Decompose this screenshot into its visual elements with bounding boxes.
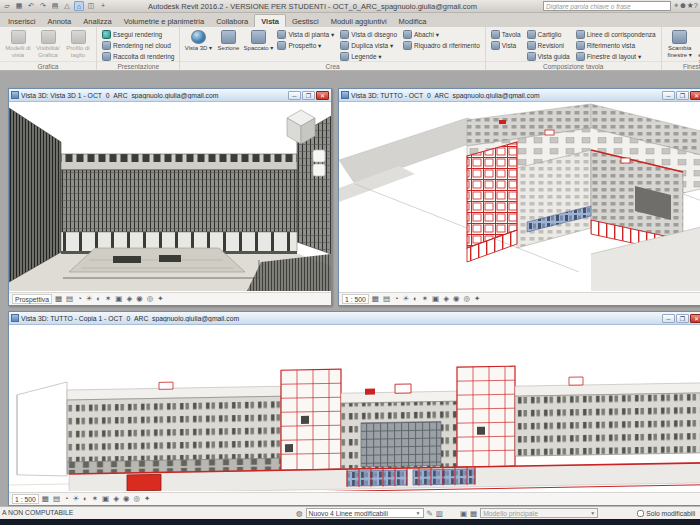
view-scale-label[interactable]: Prospettiva bbox=[12, 294, 52, 304]
restore-button[interactable]: ❐ bbox=[676, 314, 689, 323]
shadows-icon[interactable]: ◐ bbox=[413, 293, 418, 305]
ribbon-tab[interactable]: Gestisci bbox=[286, 15, 325, 27]
undo-icon[interactable]: ↶ bbox=[26, 1, 36, 11]
editable-only-input[interactable] bbox=[637, 510, 644, 517]
close-button[interactable]: ✕ bbox=[690, 314, 700, 323]
ribbon-item[interactable]: Revisioni bbox=[525, 40, 572, 51]
detail-level-icon[interactable]: ▤ bbox=[53, 493, 60, 505]
ribbon-item[interactable]: Vista di disegno bbox=[338, 29, 399, 40]
view-scale-label[interactable]: 1 : 500 bbox=[342, 294, 369, 304]
ribbon-item[interactable]: Duplica vista ▾ bbox=[338, 40, 399, 51]
open-icon[interactable]: ▱ bbox=[2, 1, 12, 11]
detail-level-icon[interactable]: ▤ bbox=[66, 293, 73, 305]
show-crop-icon[interactable]: ◈ bbox=[443, 293, 449, 305]
ribbon-tab[interactable]: Moduli aggiuntivi bbox=[325, 15, 393, 27]
crop-view-icon[interactable]: ▣ bbox=[432, 293, 439, 305]
ribbon-tab[interactable]: Volumetrie e planimetria bbox=[118, 15, 210, 27]
render-dialog-icon[interactable]: ✶ bbox=[92, 493, 98, 505]
ribbon-tab[interactable]: Analizza bbox=[77, 15, 117, 27]
detail-level-icon[interactable]: ▤ bbox=[383, 293, 390, 305]
ribbon-item[interactable]: Prospetto ▾ bbox=[275, 40, 336, 51]
ribbon-item[interactable]: Cartiglio bbox=[525, 29, 572, 40]
show-crop-icon[interactable]: ◈ bbox=[126, 293, 132, 305]
zoom-scale-icon[interactable]: ▦ bbox=[55, 293, 62, 305]
restore-button[interactable]: ❐ bbox=[302, 91, 315, 100]
sun-path-icon[interactable]: ☀ bbox=[73, 493, 80, 505]
ribbon-item[interactable]: Esegui rendering bbox=[100, 29, 176, 40]
temporary-hide-icon[interactable]: ◎ bbox=[147, 293, 154, 305]
visual-style-icon[interactable]: ◔ bbox=[77, 293, 82, 305]
viewport-3d-canvas-axon[interactable] bbox=[339, 102, 700, 291]
measure-icon[interactable]: △ bbox=[62, 1, 72, 11]
minimize-button[interactable]: ─ bbox=[662, 314, 675, 323]
design-option-select[interactable]: Modello principale▼ bbox=[480, 508, 598, 518]
show-crop-icon[interactable]: ◈ bbox=[113, 493, 119, 505]
ribbon-big-button[interactable]: Modelli di vista bbox=[3, 29, 33, 58]
ribbon-big-button[interactable]: Chiudi elementi nascosti bbox=[695, 29, 700, 65]
temporary-hide-icon[interactable]: ◎ bbox=[464, 293, 471, 305]
crop-view-icon[interactable]: ▣ bbox=[115, 293, 122, 305]
reveal-hidden-icon[interactable]: ✦ bbox=[157, 293, 163, 305]
editable-only-checkbox[interactable]: Solo modificabili bbox=[637, 510, 695, 517]
zoom-scale-icon[interactable]: ▦ bbox=[372, 293, 379, 305]
ribbon-item[interactable]: Abachi ▾ bbox=[401, 29, 482, 40]
reveal-hidden-icon[interactable]: ✦ bbox=[144, 493, 150, 505]
shadows-icon[interactable]: ◐ bbox=[83, 493, 88, 505]
sun-path-icon[interactable]: ☀ bbox=[403, 293, 410, 305]
save-icon[interactable]: ▦ bbox=[14, 1, 24, 11]
ribbon-big-button[interactable]: Sezione bbox=[213, 29, 243, 52]
help-icon[interactable]: ? bbox=[694, 1, 698, 10]
print-icon[interactable]: ▤ bbox=[50, 1, 60, 11]
redo-icon[interactable]: ↷ bbox=[38, 1, 48, 11]
view-scale-label[interactable]: 1 : 500 bbox=[12, 494, 39, 504]
reveal-hidden-icon[interactable]: ✦ bbox=[474, 293, 480, 305]
editing-requests-icon[interactable]: ✎ bbox=[427, 509, 433, 518]
ribbon-item[interactable]: Rendering nel cloud bbox=[100, 40, 176, 51]
sun-path-icon[interactable]: ☀ bbox=[86, 293, 93, 305]
ribbon-big-button[interactable]: Profilo di taglio bbox=[63, 29, 93, 58]
active-workset-select[interactable]: Nuovo 4 Linee modificabili▼ bbox=[306, 508, 424, 518]
shadows-icon[interactable]: ◐ bbox=[96, 293, 101, 305]
crop-view-icon[interactable]: ▣ bbox=[102, 493, 109, 505]
ribbon-big-button[interactable]: Visibilità/ Grafica bbox=[33, 29, 63, 58]
exclude-options-icon[interactable]: ▦ bbox=[470, 509, 477, 518]
ribbon-big-button[interactable]: Spaccato ▾ bbox=[243, 29, 273, 52]
unlocked-view-icon[interactable]: ◉ bbox=[453, 293, 460, 305]
infocenter-search-input[interactable] bbox=[543, 1, 671, 11]
default-3d-view-icon[interactable]: ⌂ bbox=[74, 1, 84, 11]
ribbon-big-button[interactable]: Scambia finestre ▾ bbox=[665, 29, 695, 65]
manage-links-icon[interactable]: ▥ bbox=[436, 509, 443, 518]
viewport-3d-canvas-perspective[interactable] bbox=[9, 102, 331, 291]
unlocked-view-icon[interactable]: ◉ bbox=[136, 293, 143, 305]
ribbon-tab[interactable]: Inserisci bbox=[2, 15, 42, 27]
visual-style-icon[interactable]: ◔ bbox=[394, 293, 399, 305]
render-dialog-icon[interactable]: ✶ bbox=[105, 293, 111, 305]
ribbon-item[interactable]: Riquadro di riferimento bbox=[401, 40, 482, 51]
ribbon-tab[interactable]: Vista bbox=[254, 14, 286, 27]
sign-in-icon[interactable]: ☻ bbox=[679, 1, 687, 10]
section-tool-icon[interactable]: ◫ bbox=[86, 1, 96, 11]
ribbon-item[interactable]: Vista bbox=[489, 40, 523, 51]
render-dialog-icon[interactable]: ✶ bbox=[422, 293, 428, 305]
ribbon-tab[interactable]: Modifica bbox=[393, 15, 433, 27]
view-window-titlebar[interactable]: Vista 3D: Vista 3D 1 - OCT_0_ARC_spagnuo… bbox=[9, 89, 331, 102]
viewport-3d-canvas-elevation[interactable] bbox=[9, 325, 700, 491]
visual-style-icon[interactable]: ◔ bbox=[64, 493, 69, 505]
temporary-hide-icon[interactable]: ◎ bbox=[134, 493, 141, 505]
ribbon-item[interactable]: Vista di pianta ▾ bbox=[275, 29, 336, 40]
ribbon-tab[interactable]: Collabora bbox=[210, 15, 254, 27]
customize-qat-icon[interactable]: + bbox=[98, 1, 108, 11]
minimize-button[interactable]: ─ bbox=[288, 91, 301, 100]
unlocked-view-icon[interactable]: ◉ bbox=[123, 493, 130, 505]
close-button[interactable]: ✕ bbox=[690, 91, 700, 100]
ribbon-item[interactable]: Tavola bbox=[489, 29, 523, 40]
ribbon-big-button[interactable]: Vista 3D ▾ bbox=[183, 29, 213, 52]
view-window-titlebar[interactable]: Vista 3D: TUTTO - Copia 1 - OCT_0_ARC_sp… bbox=[9, 312, 700, 325]
ribbon-tab[interactable]: Annota bbox=[42, 15, 78, 27]
view-window-titlebar[interactable]: Vista 3D: TUTTO - OCT_0_ARC_spagnuolo.gi… bbox=[339, 89, 700, 102]
zoom-scale-icon[interactable]: ▦ bbox=[42, 493, 49, 505]
ribbon-item[interactable]: Linee di corrispondenza bbox=[574, 29, 658, 40]
design-options-icon[interactable]: ▣ bbox=[460, 509, 467, 518]
restore-button[interactable]: ❐ bbox=[676, 91, 689, 100]
worksets-icon[interactable]: ◍ bbox=[296, 509, 303, 518]
